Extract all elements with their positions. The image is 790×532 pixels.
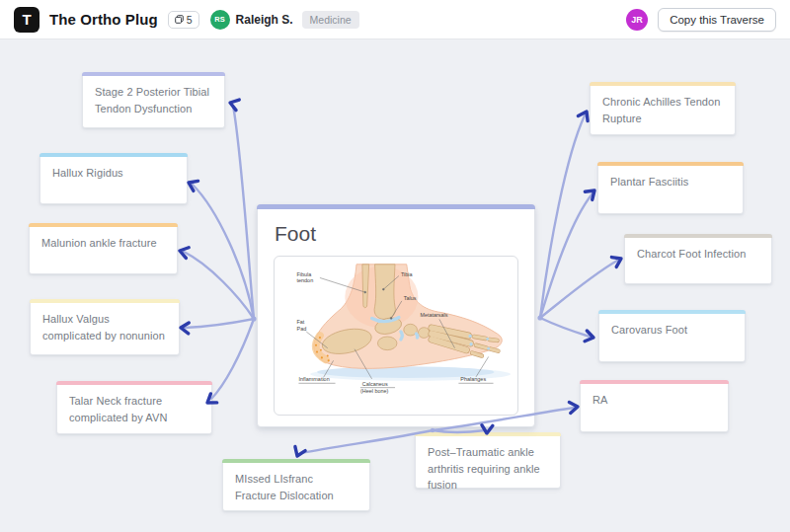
node-label: Carovarus Foot <box>599 314 745 348</box>
node-label: Talar Neck fracture complicated by AVN <box>57 385 211 435</box>
foot-diagram-frame: Fibula tendon Tibia Talus Metatarsals Fa… <box>274 256 518 416</box>
edge-to-stage2 <box>233 106 254 319</box>
node-label: RA <box>581 384 728 418</box>
label-tendon: tendon <box>297 277 314 283</box>
right-edge-hub <box>537 315 542 320</box>
edge-to-hallux-valgus <box>185 319 254 328</box>
label-tibia: Tibia <box>401 271 414 277</box>
arrowhead-icon <box>292 447 305 459</box>
arrowhead-icon <box>181 323 190 334</box>
node-card-hallux-rigidus[interactable]: Hallux Rigidus <box>40 153 188 204</box>
node-label: Chronic Achilles Tendon Rupture <box>591 86 735 136</box>
edge-to-achilles <box>540 115 585 318</box>
node-card-charcot-foot-infection[interactable]: Charcot Foot Infection <box>624 234 772 284</box>
label-inflammation: Inflammation <box>298 376 329 382</box>
owner-avatar[interactable]: RS <box>210 10 230 30</box>
node-card-carovarus-foot[interactable]: Carovarus Foot <box>598 310 746 362</box>
edge-to-malunion <box>184 252 254 319</box>
node-label: Malunion ankle fracture <box>30 227 177 262</box>
node-card-talar-neck-fracture[interactable]: Talar Neck fracture complicated by AVN <box>56 381 212 434</box>
card-count-badge: 5 <box>168 11 199 29</box>
node-card-hallux-valgus[interactable]: Hallux Valgus complicated by nonunion <box>30 299 180 355</box>
arrowhead-icon <box>585 187 597 200</box>
node-card-post-traumatic-arthritis[interactable]: Post–Traumatic ankle arthritis requiring… <box>415 432 561 489</box>
arrowhead-icon <box>187 178 198 190</box>
app-logo[interactable]: T <box>14 7 40 33</box>
arrowhead-icon <box>585 331 594 342</box>
page-title: The Ortho Plug <box>49 11 158 28</box>
label-phalanges: Phalanges <box>460 376 486 382</box>
edge-to-hallux-rigidus <box>193 185 254 319</box>
app-logo-letter: T <box>22 11 31 28</box>
topbar: T The Ortho Plug 5 RS Raleigh S. Medicin… <box>0 0 790 39</box>
graph-board[interactable]: Stage 2 Posterior Tibial Tendon Dysfunct… <box>0 0 790 532</box>
copy-traverse-button[interactable]: Copy this Traverse <box>658 8 776 32</box>
category-tag[interactable]: Medicine <box>302 11 359 29</box>
left-edge-hub <box>251 316 256 321</box>
arrowhead-icon <box>611 254 623 266</box>
label-fibula: Fibula <box>297 271 313 277</box>
edge-to-lisfranc <box>301 430 433 453</box>
label-calcaneus: Calcaneus <box>362 381 388 387</box>
central-accent-bar <box>257 204 535 209</box>
node-card-stage2-pttd[interactable]: Stage 2 Posterior Tibial Tendon Dysfunct… <box>82 72 225 128</box>
node-label: Stage 2 Posterior Tibial Tendon Dysfunct… <box>83 76 224 126</box>
central-topic-card[interactable]: Foot <box>257 204 535 427</box>
node-card-malunion-ankle-fracture[interactable]: Malunion ankle fracture <box>29 223 178 274</box>
node-label: Post–Traumatic ankle arthritis requiring… <box>416 436 560 503</box>
label-heel-bone: (Heel bone) <box>360 388 389 394</box>
owner-name[interactable]: Raleigh S. <box>236 13 293 27</box>
edge-to-plantar <box>540 193 592 318</box>
label-fat: Fat <box>297 319 305 325</box>
arrowhead-icon <box>569 402 578 414</box>
node-card-missed-lisfranc[interactable]: MIssed LIsfranc Fracture Dislocation <box>222 459 370 511</box>
edge-to-carovarus <box>540 318 590 337</box>
node-label: Plantar Fasciitis <box>598 166 743 200</box>
node-label: Hallux Valgus complicated by nonunion <box>31 303 179 353</box>
label-pad: Pad <box>297 326 307 332</box>
node-card-achilles-rupture[interactable]: Chronic Achilles Tendon Rupture <box>590 82 736 135</box>
foot-anatomy-illustration: Fibula tendon Tibia Talus Metatarsals Fa… <box>275 257 517 415</box>
card-count: 5 <box>187 14 193 26</box>
user-avatar[interactable]: JR <box>626 9 648 31</box>
node-card-plantar-fasciitis[interactable]: Plantar Fasciitis <box>597 162 744 214</box>
cards-icon <box>175 15 184 24</box>
label-talus: Talus <box>404 295 417 301</box>
node-label: Charcot Foot Infection <box>625 238 771 272</box>
node-card-ra[interactable]: RA <box>580 380 729 432</box>
arrowhead-icon <box>228 98 239 111</box>
label-metatarsals: Metatarsals <box>420 312 447 318</box>
node-label: MIssed LIsfranc Fracture Dislocation <box>223 463 369 513</box>
central-topic-title: Foot <box>275 222 517 246</box>
edge-to-talar-neck <box>211 319 254 399</box>
node-label: Hallux Rigidus <box>40 157 187 191</box>
arrowhead-icon <box>179 246 190 259</box>
